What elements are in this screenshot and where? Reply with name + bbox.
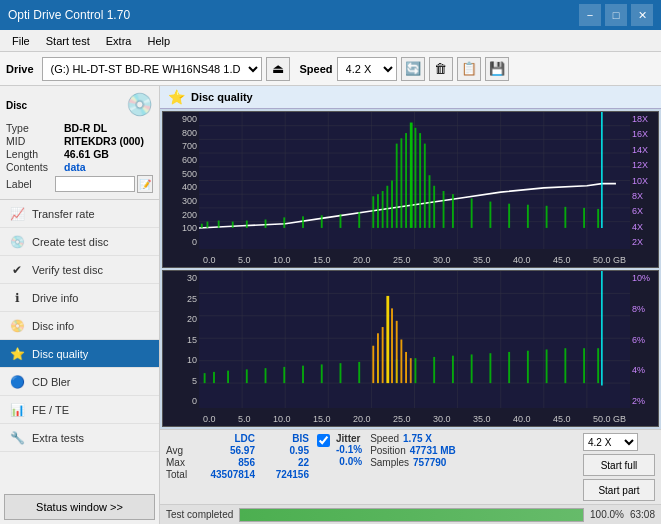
svg-rect-95 [386, 296, 389, 383]
progress-bar-container: Test completed 100.0% 63:08 [160, 504, 661, 524]
svg-rect-69 [204, 373, 206, 383]
nav-cd-bler[interactable]: 🔵 CD Bler [0, 368, 159, 396]
progress-status: Test completed [166, 509, 233, 520]
svg-rect-38 [415, 128, 417, 228]
extra-tests-icon: 🔧 [8, 429, 26, 447]
drive-label: Drive [6, 63, 34, 75]
transfer-rate-icon: 📈 [8, 205, 26, 223]
svg-rect-32 [386, 186, 388, 228]
nav-extra-tests[interactable]: 🔧 Extra tests [0, 424, 159, 452]
maximize-button[interactable]: □ [605, 4, 627, 26]
disc-contents-field: Contents data [6, 161, 153, 173]
bis-x-labels: 0.0 5.0 10.0 15.0 20.0 25.0 30.0 35.0 40… [199, 414, 630, 424]
create-test-disc-icon: 💿 [8, 233, 26, 251]
svg-rect-39 [419, 133, 421, 228]
position-label: Position [370, 445, 406, 456]
bis-chart-main: BIS Jitter [199, 271, 630, 426]
menu-extra[interactable]: Extra [98, 33, 140, 49]
nav-create-test-disc[interactable]: 💿 Create test disc [0, 228, 159, 256]
status-window-button[interactable]: Status window >> [4, 494, 155, 520]
svg-rect-71 [227, 371, 229, 383]
svg-rect-26 [321, 215, 323, 228]
disc-icon: 💿 [126, 92, 153, 118]
disc-mid-value: RITEKDR3 (000) [64, 135, 144, 147]
svg-rect-22 [246, 221, 248, 228]
menu-start-test[interactable]: Start test [38, 33, 98, 49]
menu-file[interactable]: File [4, 33, 38, 49]
svg-rect-75 [302, 366, 304, 383]
ldc-chart-main: LDC Read speed Write speed [199, 112, 630, 267]
menu-help[interactable]: Help [139, 33, 178, 49]
toolbar: Drive (G:) HL-DT-ST BD-RE WH16NS48 1.D3 … [0, 52, 661, 86]
speed-selector[interactable]: 4.2 X [337, 57, 397, 81]
svg-rect-77 [340, 363, 342, 383]
svg-rect-27 [340, 214, 342, 228]
start-part-button[interactable]: Start part [583, 479, 655, 501]
svg-rect-93 [377, 333, 379, 383]
nav-transfer-rate[interactable]: 📈 Transfer rate [0, 200, 159, 228]
ldc-chart-svg [199, 112, 630, 249]
jitter-group: Jitter -0.1% 0.0% [336, 433, 362, 468]
disc-label-input[interactable] [55, 176, 135, 192]
disc-mid-label: MID [6, 135, 64, 147]
speed-info-value: 1.75 X [403, 433, 432, 444]
disc-label-btn[interactable]: 📝 [137, 175, 153, 193]
nav-disc-quality[interactable]: ⭐ Disc quality [0, 340, 159, 368]
avg-bis-value: 0.95 [259, 445, 309, 456]
close-button[interactable]: ✕ [631, 4, 653, 26]
erase-button[interactable]: 🗑 [429, 57, 453, 81]
content-area: ⭐ Disc quality 900 800 700 600 500 400 3… [160, 86, 661, 524]
disc-type-value: BD-R DL [64, 122, 107, 134]
start-full-button[interactable]: Start full [583, 454, 655, 476]
disc-length-label: Length [6, 148, 64, 160]
copy-button[interactable]: 📋 [457, 57, 481, 81]
nav-verify-test-disc-label: Verify test disc [32, 264, 103, 276]
nav-disc-info-label: Disc info [32, 320, 74, 332]
svg-rect-97 [396, 321, 398, 383]
stats-total-row: Total 43507814 724156 [166, 469, 309, 480]
jitter-section: Jitter -0.1% 0.0% [317, 433, 362, 468]
disc-section-label: Disc [6, 100, 27, 111]
disc-length-value: 46.61 GB [64, 148, 109, 160]
progress-bar-outer [239, 508, 584, 522]
content-header: ⭐ Disc quality [160, 86, 661, 109]
ldc-col-header: LDC [200, 433, 255, 444]
samples-row: Samples 757790 [370, 457, 456, 468]
svg-rect-89 [564, 348, 566, 383]
nav-drive-info[interactable]: ℹ Drive info [0, 284, 159, 312]
nav-fe-te[interactable]: 📊 FE / TE [0, 396, 159, 424]
eject-button[interactable]: ⏏ [266, 57, 290, 81]
save-button[interactable]: 💾 [485, 57, 509, 81]
svg-rect-41 [429, 175, 431, 228]
drive-selector[interactable]: (G:) HL-DT-ST BD-RE WH16NS48 1.D3 [42, 57, 262, 81]
disc-type-label: Type [6, 122, 64, 134]
jitter-header: Jitter [336, 433, 362, 444]
svg-rect-18 [201, 224, 203, 228]
minimize-button[interactable]: − [579, 4, 601, 26]
jitter-checkbox[interactable] [317, 434, 330, 447]
jitter-avg: -0.1% [336, 444, 362, 455]
svg-rect-47 [508, 204, 510, 228]
nav-disc-info[interactable]: 📀 Disc info [0, 312, 159, 340]
ldc-y-axis-right: 18X 16X 14X 12X 10X 8X 6X 4X 2X [630, 112, 658, 267]
window-controls: − □ ✕ [579, 4, 653, 26]
progress-time: 63:08 [630, 509, 655, 520]
refresh-button[interactable]: 🔄 [401, 57, 425, 81]
cd-bler-icon: 🔵 [8, 373, 26, 391]
avg-ldc-value: 56.97 [200, 445, 255, 456]
fe-te-icon: 📊 [8, 401, 26, 419]
total-label: Total [166, 469, 196, 480]
svg-rect-84 [471, 354, 473, 383]
svg-rect-87 [527, 351, 529, 383]
disc-info-header: Disc 💿 [6, 92, 153, 118]
svg-rect-20 [218, 221, 220, 228]
verify-test-disc-icon: ✔ [8, 261, 26, 279]
svg-rect-96 [391, 308, 393, 383]
svg-rect-31 [382, 191, 384, 228]
nav-create-test-disc-label: Create test disc [32, 236, 108, 248]
speed-select-small[interactable]: 4.2 X [583, 433, 638, 451]
nav-verify-test-disc[interactable]: ✔ Verify test disc [0, 256, 159, 284]
disc-label-row: Label 📝 [6, 175, 153, 193]
bis-chart-svg [199, 271, 630, 408]
svg-rect-33 [391, 181, 393, 228]
